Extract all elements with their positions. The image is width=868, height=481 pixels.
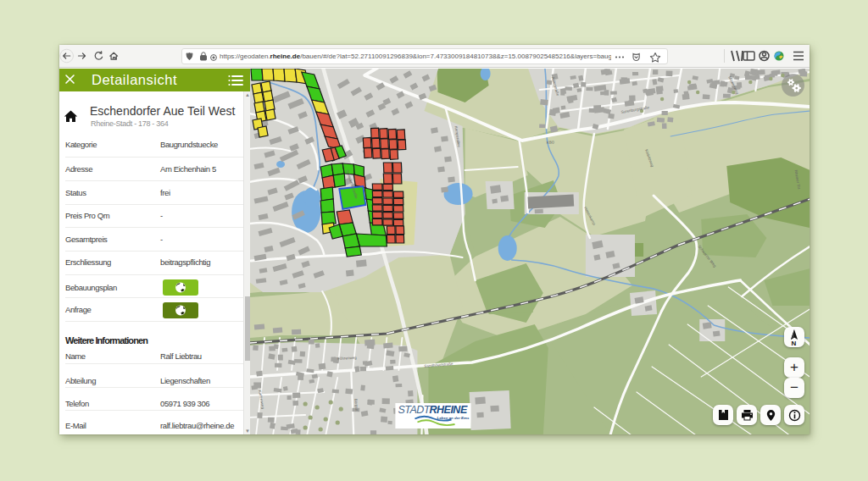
svg-text:N: N	[792, 340, 797, 346]
svg-text:RHEINE: RHEINE	[429, 404, 467, 416]
svg-text:STADT: STADT	[398, 404, 431, 416]
svg-text:K80: K80	[547, 140, 554, 145]
svg-text:Detailansicht: Detailansicht	[92, 72, 177, 87]
svg-text:Leben an der Ems: Leben an der Ems	[437, 416, 470, 420]
